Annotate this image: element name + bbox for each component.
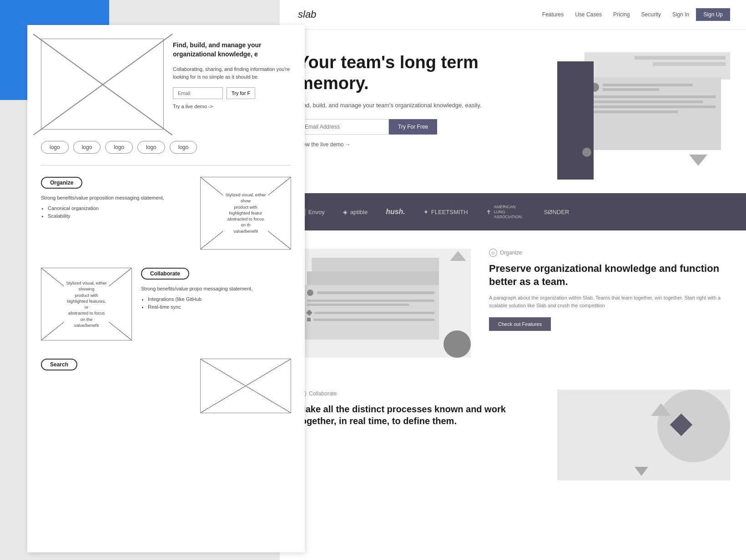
organize-paragraph: A paragraph about the organization withi… [489,294,730,310]
check-out-features-button[interactable]: Check out Features [489,317,551,331]
collaborate-visual [557,390,730,480]
wf-collab-desc: Strong benefits/value propo messaging st… [141,285,291,311]
slab-logo: slab [298,9,316,20]
mock-bg-corner [726,52,730,57]
wf-hero-form: Email Try for F [173,87,291,99]
wf-organize-badge: Organize [41,177,82,189]
wf-feature-organize: Organize Strong benefits/value propositi… [41,177,291,250]
organize-tag-icon: ⊙ [489,249,497,257]
mock-line-2 [653,62,726,66]
email-input[interactable] [298,119,389,135]
organize-content: ⊙ Organize Preserve organizational knowl… [489,249,730,330]
hero-mock-ui [557,52,730,175]
wf-collab-text: Collaborate Strong benefits/value propo … [141,268,291,311]
doc-square [307,318,311,321]
wf-search-text: Search [41,359,191,376]
mock-name-line [603,84,693,86]
signup-button[interactable]: Sign Up [696,8,730,21]
organize-circle-accent [444,330,471,358]
wf-organize-text: Organize Strong benefits/value propositi… [41,177,191,220]
wf-organize-image: Stylized visual, either showproduct with… [200,177,291,250]
signin-link[interactable]: Sign In [672,11,689,18]
doc-line-5 [313,319,434,321]
hero-form: Try For Free [298,119,544,135]
organize-visual [298,249,471,358]
wf-search-image [200,359,291,413]
doc-avatar [307,290,313,296]
collaborate-section: ⊙ Collaborate Make all the distinct proc… [280,380,746,499]
collab-triangle-2 [635,467,648,476]
fleetsmith-icon: ✦ [423,209,428,215]
hero-left-content: Your team's long term memory. Find, buil… [298,52,544,175]
doc-card-1 [302,285,439,340]
try-free-button[interactable]: Try For Free [389,119,437,135]
wf-collab-badge: Collaborate [141,268,189,280]
mock-text-line-2 [590,100,703,103]
nav-security[interactable]: Security [641,11,661,18]
logo-hush: hush. [386,208,405,216]
collab-triangle-1 [651,403,671,416]
wf-organize-desc: Strong benefits/value proposition messag… [41,194,191,220]
wf-feature-search: Search [41,359,291,413]
hero-text-area: Find, build, and manage your organizatio… [173,39,291,130]
design-panel: slab Features Use Cases Pricing Security… [280,0,746,560]
doc-line-1 [317,291,434,294]
collab-big-circle [657,390,730,462]
doc-line-2 [307,300,434,302]
mock-circle-accent [582,148,591,157]
hush-label: hush. [386,208,405,216]
hero-right-visual [557,52,730,175]
hero-image-placeholder [41,39,164,130]
collaborate-tag-label: Collaborate [309,390,337,397]
organize-heading: Preserve organizational knowledge and fu… [489,262,730,288]
american-lung-label: AMERICAN LUNG ASSOCIATION. [494,205,526,219]
wf-try-button[interactable]: Try for F [227,87,255,99]
mock-text-line-3 [590,105,716,108]
collaborate-heading: Make all the distinct processes known an… [298,403,539,427]
hero-description: Find, build, and manage your team's orga… [298,101,544,110]
mock-triangle [689,155,707,166]
mock-dark-sidebar [557,61,594,180]
wf-logo-5: logo [170,141,197,154]
wf-features-section: Organize Strong benefits/value propositi… [41,177,291,413]
mock-line-1 [635,56,726,60]
wf-feature-collaborate: Stylized visual, either showingproduct w… [41,268,291,340]
wf-logo-2: logo [73,141,101,154]
collaborate-content: ⊙ Collaborate Make all the distinct proc… [298,390,539,432]
mock-text-line-4 [590,110,678,113]
sonder-label: SØNDER [544,209,570,215]
logo-american-lung: ✝ AMERICAN LUNG ASSOCIATION. [486,205,526,219]
mock-text-line-1 [590,95,716,98]
slab-nav-links: Features Use Cases Pricing Security [542,11,661,18]
wf-collab-image: Stylized visual, either showingproduct w… [41,268,132,340]
wf-hero-desc: Collaborating, sharing, and finding info… [173,65,291,80]
organize-feature-row: ⊙ Organize Preserve organizational knowl… [280,230,746,358]
nav-pricing[interactable]: Pricing [613,11,630,18]
slab-navbar: slab Features Use Cases Pricing Security… [280,0,746,30]
wf-live-demo-link[interactable]: Try a live demo -> [173,104,291,109]
nav-features[interactable]: Features [542,11,564,18]
wf-collab-image-caption: Stylized visual, either showingproduct w… [64,279,109,329]
aptible-icon: ◈ [343,209,348,215]
wf-logo-4: logo [137,141,165,154]
logos-bar: E Envoy ◈ aptible hush. ✦ FLEETSMITH ✝ A… [280,193,746,230]
mock-sub-line [603,88,659,91]
mock-main-card [585,77,721,150]
organize-tag: ⊙ Organize [489,249,730,257]
wireframe-panel: Find, build, and manage your organizatio… [27,25,305,552]
logo-sonder: SØNDER [544,209,570,215]
wf-logo-1: logo [41,141,69,154]
wf-email-input[interactable]: Email [173,87,223,99]
logo-fleetsmith: ✦ FLEETSMITH [423,209,468,215]
wf-logo-3: logo [105,141,133,154]
logo-aptible: ◈ aptible [343,209,368,215]
live-demo-link[interactable]: View the live demo → [298,141,544,148]
doc-line-4 [314,312,434,314]
wf-hero-title: Find, build, and manage your organizatio… [173,41,291,59]
nav-use-cases[interactable]: Use Cases [575,11,602,18]
american-lung-icon: ✝ [486,209,491,215]
envoy-label: Envoy [308,209,325,215]
doc-diamond [306,310,313,316]
hero-title: Your team's long term memory. [298,52,544,94]
organize-tag-label: Organize [500,250,522,256]
